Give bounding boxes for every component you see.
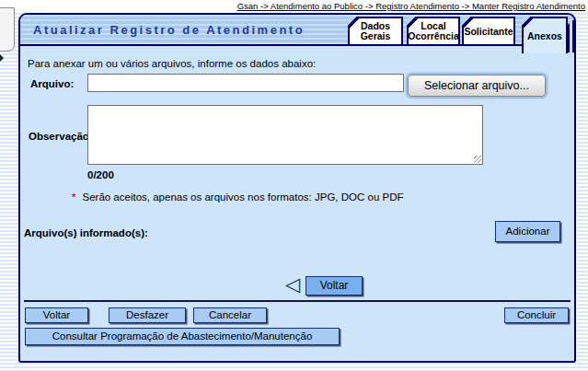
formats-note-text: Serão aceitos, apenas os arquivos nos fo…: [82, 191, 403, 203]
file-path-input[interactable]: [87, 74, 404, 92]
tab-anexos-active[interactable]: Anexos: [522, 17, 568, 53]
tab-label-line: Gerais: [361, 31, 391, 41]
select-file-button[interactable]: Selecionar arquivo...: [408, 75, 546, 97]
back-button[interactable]: Voltar: [25, 307, 88, 323]
breadcrumb-bar: Gsan -> Atendimento ao Publico -> Regist…: [0, 0, 588, 12]
undo-button[interactable]: Desfazer: [109, 307, 186, 323]
resize-handle-icon[interactable]: [474, 156, 481, 163]
update-record-panel: Atualizar Registro de Atendimento Dados …: [18, 13, 576, 363]
conclude-button[interactable]: Concluir: [504, 307, 569, 323]
file-label: Arquivo:: [30, 78, 74, 89]
footer-divider: [24, 300, 571, 302]
intro-text: Para anexar um ou vários arquivos, infor…: [28, 58, 316, 69]
observation-label: Observação:: [29, 131, 93, 142]
tab-curl-decoration: [568, 19, 574, 52]
files-informed-label: Arquivo(s) informado(s):: [24, 227, 148, 238]
cancel-button[interactable]: Cancelar: [193, 307, 267, 323]
left-frame-edge: [0, 7, 15, 52]
tab-label-line: Anexos: [527, 31, 562, 41]
formats-note: *Serão aceitos, apenas os arquivos nos f…: [72, 191, 403, 203]
back-arrow-icon[interactable]: ◁: [285, 272, 300, 296]
frame-collapse-icon[interactable]: [0, 54, 4, 62]
gsan-screen: Gsan -> Atendimento ao Publico -> Regist…: [0, 0, 588, 371]
back-mid-button[interactable]: Voltar: [306, 276, 363, 296]
observation-textarea[interactable]: [87, 105, 483, 165]
tab-local-ocorrencia[interactable]: Local Ocorrência: [407, 17, 460, 46]
tab-dados-gerais[interactable]: Dados Gerais: [348, 17, 403, 46]
tab-label-line: Solicitante: [464, 27, 513, 37]
page-title: Atualizar Registro de Atendimento: [33, 23, 305, 37]
required-asterisk: *: [72, 191, 75, 203]
consult-schedule-button[interactable]: Consultar Programação de Abastecimento/M…: [25, 328, 340, 345]
tab-solicitante[interactable]: Solicitante: [462, 17, 515, 46]
char-counter: 0/200: [87, 169, 114, 180]
add-file-button[interactable]: Adicionar: [495, 221, 560, 242]
breadcrumb[interactable]: Gsan -> Atendimento ao Publico -> Regist…: [237, 1, 585, 11]
tab-label-line: Ocorrência: [408, 31, 458, 41]
